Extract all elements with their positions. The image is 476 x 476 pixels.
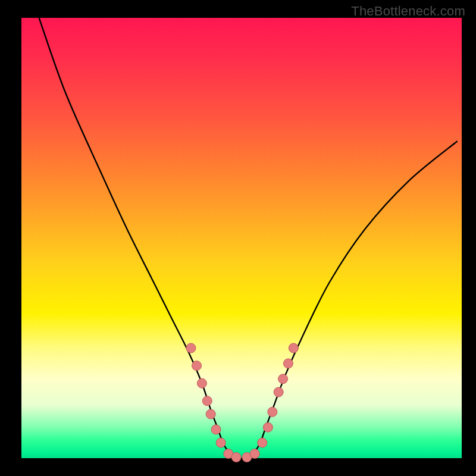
chart-svg	[21, 18, 462, 458]
watermark-text: TheBottleneck.com	[351, 4, 465, 19]
curve-marker	[206, 409, 215, 419]
curve-marker	[186, 343, 196, 353]
curve-marker	[216, 438, 226, 447]
curve-marker	[278, 374, 288, 384]
curve-marker	[289, 343, 298, 353]
curve-marker	[197, 378, 206, 388]
curve-marker	[283, 359, 293, 368]
curve-marker	[202, 396, 212, 406]
curve-marker	[258, 438, 267, 447]
curve-marker	[274, 387, 283, 397]
curve-marker	[211, 425, 221, 434]
curve-marker	[250, 449, 259, 459]
chart-plot-area	[21, 18, 462, 458]
curve-markers	[186, 343, 298, 462]
curve-marker	[192, 361, 202, 371]
bottleneck-curve	[39, 18, 458, 458]
curve-marker	[263, 422, 273, 432]
curve-marker	[268, 407, 277, 416]
curve-marker	[231, 453, 241, 462]
